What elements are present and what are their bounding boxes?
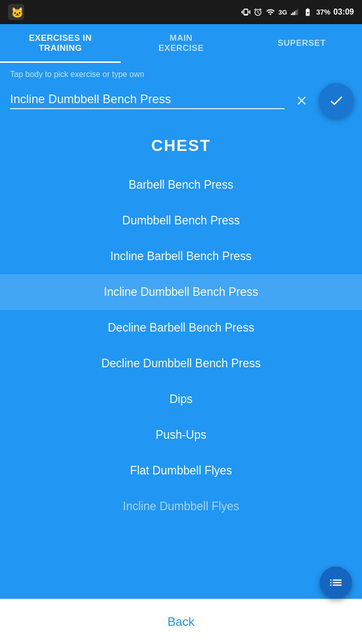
- tab-superset[interactable]: SUPERSET: [241, 24, 362, 63]
- tab-main-exercise[interactable]: MAIN EXERCISE: [121, 24, 241, 63]
- exercise-item-8[interactable]: Flat Dumbbell Flyes: [0, 453, 362, 489]
- time: 03:09: [333, 8, 354, 17]
- network-type: 3G: [279, 9, 287, 16]
- exercise-item-4[interactable]: Decline Barbell Bench Press: [0, 310, 362, 346]
- nav-tabs: EXERCISES IN TRAINING MAIN EXERCISE SUPE…: [0, 24, 362, 63]
- battery-charging-icon: [302, 8, 313, 17]
- exercise-item-0[interactable]: Barbell Bench Press: [0, 167, 362, 203]
- clear-button[interactable]: [291, 90, 313, 112]
- battery-percent: 37%: [316, 8, 330, 16]
- exercise-list: CHEST Barbell Bench Press Dumbbell Bench…: [0, 126, 362, 599]
- vibrate-icon: [241, 8, 250, 17]
- search-container: [0, 83, 362, 126]
- back-bar: Back: [0, 599, 362, 644]
- search-input[interactable]: [10, 92, 285, 106]
- back-button[interactable]: Back: [167, 615, 194, 629]
- exercise-item-2[interactable]: Incline Barbell Bench Press: [0, 238, 362, 274]
- svg-text:🐱: 🐱: [11, 7, 24, 19]
- svg-rect-2: [291, 14, 292, 15]
- status-bar: 🐱 3G 37% 03:09: [0, 0, 362, 24]
- wifi-icon: [265, 8, 276, 17]
- section-header-chest: CHEST: [0, 131, 362, 167]
- search-input-wrapper: [10, 92, 285, 109]
- hint-text: Tap body to pick exercise or type own: [0, 63, 362, 83]
- exercise-item-7[interactable]: Push-Ups: [0, 417, 362, 453]
- exercise-item-3[interactable]: Incline Dumbbell Bench Press: [0, 274, 362, 310]
- exercise-item-6[interactable]: Dips: [0, 381, 362, 417]
- exercise-item-9[interactable]: Incline Dumbbell Flyes: [0, 489, 362, 524]
- svg-rect-5: [296, 10, 297, 15]
- svg-rect-4: [294, 12, 295, 16]
- status-bar-left: 🐱: [8, 4, 24, 20]
- tab-exercises-in-training[interactable]: EXERCISES IN TRAINING: [0, 24, 121, 63]
- alarm-icon: [253, 8, 262, 17]
- app-icon: 🐱: [8, 4, 24, 20]
- exercise-item-1[interactable]: Dumbbell Bench Press: [0, 203, 362, 238]
- signal-icon: [290, 8, 299, 17]
- fab-list-button[interactable]: [320, 567, 352, 599]
- confirm-button[interactable]: [319, 83, 354, 118]
- svg-rect-6: [297, 9, 298, 15]
- status-bar-right: 3G 37% 03:09: [241, 8, 354, 17]
- exercise-item-5[interactable]: Decline Dumbbell Bench Press: [0, 346, 362, 381]
- svg-rect-3: [293, 13, 294, 15]
